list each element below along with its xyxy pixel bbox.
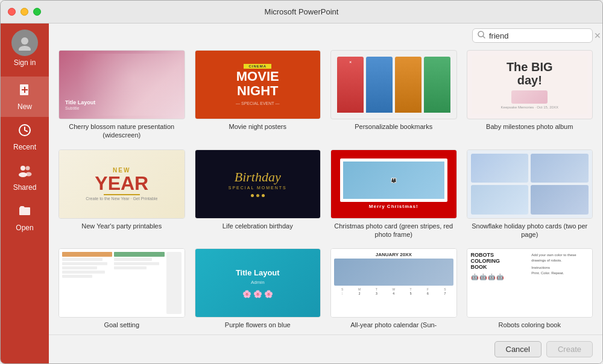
sidebar-item-new[interactable]: New <box>1 77 49 117</box>
template-label-purple: Purple flowers on blue <box>225 321 291 329</box>
template-label-bookmarks: Personalizable bookmarks <box>355 122 432 131</box>
svg-point-1 <box>19 46 31 51</box>
template-thumb-calendar: JANUARY 20XX S M T W T F S 1 2 3 <box>330 248 457 318</box>
sidebar-item-shared[interactable]: Shared <box>1 157 49 198</box>
template-label-baby: Baby milestones photo album <box>486 122 573 131</box>
window-controls[interactable] <box>8 8 41 16</box>
svg-line-11 <box>483 36 485 38</box>
title-bar: Microsoft PowerPoint <box>1 1 602 24</box>
template-label-movie: Movie night posters <box>229 122 286 131</box>
sidebar-item-new-label: New <box>17 102 32 111</box>
minimize-button[interactable] <box>21 8 28 16</box>
template-label-cherry: Cherry blossom nature presentation (wide… <box>58 122 185 140</box>
sidebar: Sign in New Recent <box>1 24 49 363</box>
search-bar-row: ✕ <box>49 24 602 45</box>
template-item-calendar[interactable]: JANUARY 20XX S M T W T F S 1 2 3 <box>330 248 457 329</box>
template-thumb-baby: The BIGday! Keepsake Memories · Oct 15, … <box>467 50 593 119</box>
search-icon <box>478 31 485 40</box>
template-grid: Title Layout Subtitle Cherry blossom nat… <box>49 45 602 334</box>
create-button[interactable]: Create <box>546 341 593 357</box>
template-item-cherry[interactable]: Title Layout Subtitle Cherry blossom nat… <box>58 50 185 140</box>
template-item-movie[interactable]: CINEMA MOVIE NIGHT — SPECIAL EVENT — Mov… <box>195 50 321 140</box>
content-area: ✕ Title Layout Subtitle Cherry blossom n… <box>49 24 602 363</box>
signin-label[interactable]: Sign in <box>14 58 36 67</box>
template-thumb-cherry: Title Layout Subtitle <box>58 50 185 119</box>
search-box: ✕ <box>472 28 593 43</box>
svg-point-6 <box>21 166 25 171</box>
svg-point-9 <box>26 172 32 177</box>
template-label-christmas: Christmas photo card (green stripes, red… <box>330 222 457 239</box>
template-thumb-movie: CINEMA MOVIE NIGHT — SPECIAL EVENT — <box>195 50 321 119</box>
new-icon <box>17 83 32 101</box>
template-item-snowflake[interactable]: Snowflake holiday photo cards (two per p… <box>467 149 593 239</box>
template-label-calendar: All-year photo calendar (Sun- <box>350 321 437 329</box>
template-thumb-snowflake <box>467 149 593 219</box>
template-label-goal: Goal setting <box>104 321 139 329</box>
svg-point-0 <box>21 37 28 45</box>
search-clear-icon[interactable]: ✕ <box>594 31 601 40</box>
template-label-snowflake: Snowflake holiday photo cards (two per p… <box>467 222 593 239</box>
template-label-birthday: Life celebration birthday <box>223 222 293 230</box>
sidebar-item-recent-label: Recent <box>13 143 36 151</box>
open-icon <box>17 204 32 222</box>
template-item-goal[interactable]: Goal setting <box>58 248 185 329</box>
template-thumb-robots: ROBOTSCOLORINGBOOK 🤖 🤖 🤖 🤖 Add your own … <box>467 248 593 318</box>
template-item-robots[interactable]: ROBOTSCOLORINGBOOK 🤖 🤖 🤖 🤖 Add your own … <box>467 248 593 329</box>
sidebar-item-shared-label: Shared <box>13 183 37 192</box>
template-thumb-birthday: Birthday special moments <box>195 149 321 219</box>
template-thumb-bookmarks: ✕ <box>330 50 457 119</box>
template-thumb-goal <box>58 248 185 318</box>
template-thumb-newyear: NEW YEAR Create to the New Year · Get Pr… <box>58 149 185 219</box>
footer: Cancel Create <box>49 334 602 363</box>
template-item-newyear[interactable]: NEW YEAR Create to the New Year · Get Pr… <box>58 149 185 239</box>
window-title: Microsoft PowerPoint <box>265 7 339 16</box>
sidebar-item-open[interactable]: Open <box>1 198 49 238</box>
maximize-button[interactable] <box>33 8 41 16</box>
svg-point-8 <box>26 166 30 171</box>
template-item-bookmarks[interactable]: ✕ Personalizable bookmarks <box>330 50 457 140</box>
cancel-button[interactable]: Cancel <box>494 341 541 357</box>
template-item-birthday[interactable]: Birthday special moments Life celebratio… <box>195 149 321 239</box>
shared-icon <box>17 163 32 181</box>
search-input[interactable] <box>489 31 590 40</box>
template-thumb-purple: Title Layout Admin 🌸 🌸 🌸 <box>195 248 321 318</box>
avatar[interactable] <box>11 30 38 56</box>
template-item-christmas[interactable]: 👨‍👩‍👧 Merry Christmas! Christmas photo c… <box>330 149 457 239</box>
close-button[interactable] <box>8 8 16 16</box>
template-label-newyear: New Year's party printables <box>81 222 162 230</box>
template-item-purple[interactable]: Title Layout Admin 🌸 🌸 🌸 Purple flowers … <box>195 248 321 329</box>
sidebar-item-recent[interactable]: Recent <box>1 117 49 157</box>
main-container: Sign in New Recent <box>1 24 602 363</box>
template-thumb-christmas: 👨‍👩‍👧 Merry Christmas! <box>330 149 457 219</box>
sidebar-item-open-label: Open <box>16 224 33 232</box>
recent-icon <box>17 123 32 141</box>
template-item-baby[interactable]: The BIGday! Keepsake Memories · Oct 15, … <box>467 50 593 140</box>
template-label-robots: Robots coloring book <box>499 321 561 329</box>
